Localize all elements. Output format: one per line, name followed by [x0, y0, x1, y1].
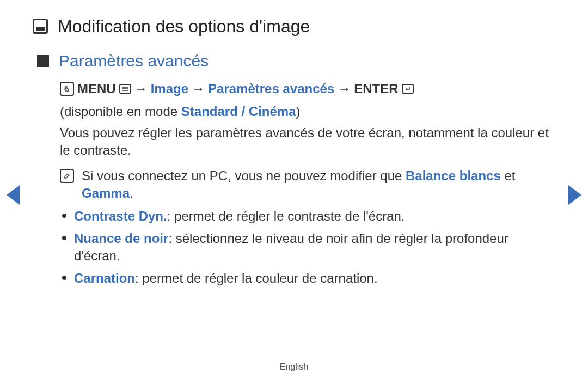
arrow-icon: → [134, 80, 148, 97]
square-bullet-icon [37, 55, 49, 67]
prev-page-arrow[interactable] [7, 185, 20, 205]
title-row: Modification des options d'image [33, 16, 555, 36]
item-label: Nuance de noir [74, 231, 168, 246]
enter-label: ENTER [354, 80, 398, 97]
item-label: Contraste Dyn. [74, 209, 167, 223]
menu-button-icon [119, 84, 131, 94]
list-item: Carnation: permet de régler la couleur d… [62, 270, 555, 287]
page-title: Modification des options d'image [58, 16, 310, 36]
note-row: Si vous connectez un PC, vous ne pouvez … [60, 167, 555, 203]
menu-path: MENU → Image → Paramètres avancés → ENTE… [60, 80, 555, 97]
arrow-icon: → [192, 80, 205, 97]
note-text: Si vous connectez un PC, vous ne pouvez … [82, 167, 555, 203]
bullet-icon [62, 236, 66, 240]
item-text: : permet de régler le contraste de l'écr… [167, 209, 405, 223]
next-page-arrow[interactable] [568, 185, 581, 205]
remote-hand-icon [60, 82, 74, 96]
note-icon [60, 169, 74, 183]
section-title: Paramètres avancés [59, 52, 209, 70]
availability-text: (disponible en mode Standard / Cinéma) [60, 103, 555, 120]
book-icon [33, 19, 48, 34]
feature-list: Contraste Dyn.: permet de régler le cont… [60, 208, 555, 287]
list-item: Nuance de noir: sélectionnez le niveau d… [62, 230, 555, 265]
section-row: Paramètres avancés [37, 52, 555, 70]
bullet-icon [62, 214, 66, 218]
description-text: Vous pouvez régler les paramètres avancé… [60, 124, 555, 160]
item-label: Carnation [74, 271, 135, 285]
arrow-icon: → [338, 80, 351, 97]
menu-label: MENU [77, 80, 116, 97]
footer-language: English [0, 362, 588, 372]
breadcrumb-params: Paramètres avancés [208, 80, 334, 97]
breadcrumb-image: Image [151, 80, 188, 97]
list-item: Contraste Dyn.: permet de régler le cont… [62, 208, 555, 225]
page-content: Modification des options d'image Paramèt… [0, 0, 588, 302]
enter-button-icon [402, 84, 414, 94]
bullet-icon [62, 276, 66, 280]
item-text: : permet de régler la couleur de carnati… [135, 271, 378, 285]
